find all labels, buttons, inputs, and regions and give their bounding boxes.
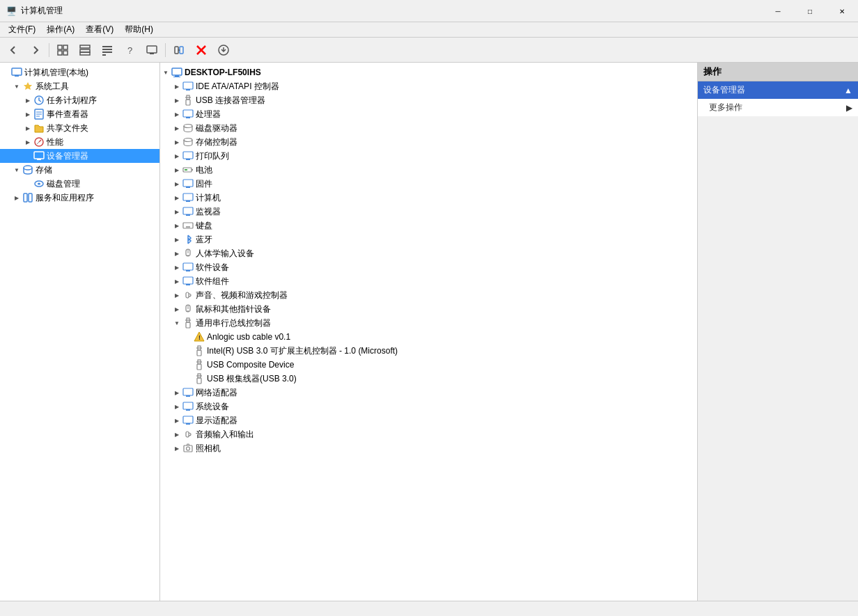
tree-item-usb-root-hub[interactable]: USB 根集线器(USB 3.0) (160, 372, 697, 386)
expand-icon-sound-video: ▶ (171, 290, 182, 301)
action-device-manager[interactable]: 设备管理器 ▲ (698, 81, 858, 99)
tree-item-system-tools[interactable]: ▼ 系统工具 (0, 79, 159, 93)
tree-item-keyboard[interactable]: ▶ 键盘 (160, 219, 697, 232)
tree-item-battery[interactable]: ▶ 电池 (160, 163, 697, 177)
toolbar-btn-screen[interactable] (141, 40, 162, 60)
tree-item-shared-folders[interactable]: ▶ 共享文件夹 (0, 121, 159, 135)
tree-item-print-queue[interactable]: ▶ 打印队列 (160, 149, 697, 163)
expand-icon-computer: ▶ (171, 192, 182, 203)
expand-icon-usb-root-hub (182, 373, 194, 384)
minimize-button[interactable]: ─ (762, 0, 794, 22)
shared-folders-expand: ▶ (22, 123, 33, 134)
svg-rect-31 (37, 159, 41, 160)
label-display-adapter: 显示适配器 (196, 415, 237, 427)
tree-item-hid[interactable]: ▶ 人体学输入设备 (160, 246, 697, 260)
connect-button[interactable] (169, 40, 189, 60)
menu-action[interactable]: 操作(A) (41, 22, 80, 37)
svg-rect-4 (80, 45, 90, 48)
tree-item-display-adapter[interactable]: ▶ 显示适配器 (160, 413, 697, 427)
services-apps-expand: ▶ (11, 192, 22, 203)
title-bar: 🖥️ 计算机管理 ─ □ ✕ (0, 0, 858, 22)
tree-item-audio-io[interactable]: ▶ 音频输入和输出 (160, 427, 697, 441)
svg-rect-49 (183, 152, 193, 159)
toolbar-btn-grid[interactable] (52, 40, 73, 60)
toolbar-btn-help[interactable]: ? (119, 40, 140, 60)
tree-item-storage[interactable]: ▼ 存储 (0, 163, 159, 177)
action-more[interactable]: 更多操作 ▶ (698, 99, 858, 116)
tree-item-disk-management[interactable]: 磁盘管理 (0, 177, 159, 191)
icon-hid (182, 248, 194, 259)
label-system-device: 系统设备 (196, 401, 229, 413)
event-viewer-expand: ▶ (22, 109, 33, 120)
tree-item-monitor[interactable]: ▶ 监视器 (160, 205, 697, 219)
tree-item-software-comp[interactable]: ▶ 软件组件 (160, 274, 697, 288)
svg-rect-45 (183, 110, 193, 117)
device-tree: ▶ IDE ATA/ATAPI 控制器 ▶ USB 连接器管理器 ▶ 处理器 ▶… (160, 79, 697, 455)
svg-rect-40 (183, 82, 193, 89)
tree-item-usb-composite[interactable]: USB Composite Device (160, 358, 697, 372)
tree-item-sound-video[interactable]: ▶ 声音、视频和游戏控制器 (160, 288, 697, 302)
tree-item-network-adapter[interactable]: ▶ 网络适配器 (160, 386, 697, 400)
tree-item-device-manager[interactable]: 设备管理器 (0, 149, 159, 163)
tree-item-event-viewer[interactable]: ▶ 事件查看器 (0, 107, 159, 121)
menu-file[interactable]: 文件(F) (3, 22, 41, 37)
icon-usb-conn (182, 95, 194, 106)
icon-serial-bus (182, 317, 194, 329)
icon-monitor (182, 206, 194, 217)
computer-management-icon (11, 67, 22, 78)
tree-item-services-apps[interactable]: ▶ 服务和应用程序 (0, 191, 159, 205)
tree-item-software-device[interactable]: ▶ 软件设备 (160, 260, 697, 274)
toolbar-btn-details[interactable] (97, 40, 118, 60)
tree-item-system-device[interactable]: ▶ 系统设备 (160, 400, 697, 413)
tree-item-computer[interactable]: ▶ 计算机 (160, 191, 697, 205)
tree-item-processor[interactable]: ▶ 处理器 (160, 107, 697, 121)
tree-item-ide-ata[interactable]: ▶ IDE ATA/ATAPI 控制器 (160, 79, 697, 93)
svg-rect-6 (80, 52, 90, 55)
svg-rect-58 (183, 207, 193, 214)
tree-item-desktop-root[interactable]: ▼ DESKTOP-LF50IHS (160, 65, 697, 79)
tree-item-mouse[interactable]: ▶ 鼠标和其他指针设备 (160, 302, 697, 316)
svg-rect-50 (186, 159, 190, 160)
svg-point-48 (184, 139, 192, 142)
forward-button[interactable] (25, 40, 46, 60)
label-monitor: 监视器 (196, 206, 221, 218)
toolbar-btn-list[interactable] (75, 40, 95, 60)
tree-item-disk-drive[interactable]: ▶ 磁盘驱动器 (160, 121, 697, 135)
tree-item-serial-bus[interactable]: ▼ 通用串行总线控制器 (160, 316, 697, 330)
close-button[interactable]: ✕ (826, 0, 858, 22)
left-panel: 计算机管理(本地) ▼ 系统工具 ▶ 任务计划程序 (0, 63, 160, 601)
storage-expand: ▼ (11, 164, 22, 175)
tree-item-camera[interactable]: ▶ 照相机 (160, 441, 697, 455)
menu-view[interactable]: 查看(V) (80, 22, 119, 37)
disk-mgmt-expand (22, 178, 33, 189)
tree-item-bluetooth[interactable]: ▶ 蓝牙 (160, 232, 697, 246)
tree-item-storage-ctrl[interactable]: ▶ 存储控制器 (160, 135, 697, 149)
tree-item-computer-management[interactable]: 计算机管理(本地) (0, 65, 159, 79)
tree-item-usb-conn[interactable]: ▶ USB 连接器管理器 (160, 93, 697, 107)
tree-item-intel-usb3[interactable]: Intel(R) USB 3.0 可扩展主机控制器 - 1.0 (Microso… (160, 344, 697, 358)
export-button[interactable] (213, 40, 234, 60)
icon-print-queue (182, 150, 194, 161)
tree-item-performance[interactable]: ▶ 性能 (0, 135, 159, 149)
status-bar (0, 601, 858, 616)
task-scheduler-label: 任务计划程序 (47, 95, 97, 106)
delete-button[interactable] (191, 40, 212, 60)
maximize-button[interactable]: □ (794, 0, 826, 22)
svg-rect-20 (12, 68, 22, 75)
toolbar-sep-2 (165, 43, 166, 57)
toolbar-sep-1 (49, 43, 49, 57)
label-battery: 电池 (196, 164, 212, 176)
svg-rect-73 (186, 292, 189, 298)
label-storage-ctrl: 存储控制器 (196, 136, 237, 148)
svg-rect-39 (173, 77, 180, 77)
menu-help[interactable]: 帮助(H) (119, 22, 159, 37)
tree-item-task-scheduler[interactable]: ▶ 任务计划程序 (0, 93, 159, 107)
svg-rect-37 (172, 68, 182, 75)
tree-item-anlogic[interactable]: ! Anlogic usb cable v0.1 (160, 330, 697, 344)
svg-rect-35 (24, 194, 27, 202)
label-software-comp: 软件组件 (196, 276, 229, 287)
back-button[interactable] (3, 40, 24, 60)
icon-disk-drive (182, 123, 194, 134)
tree-item-firmware[interactable]: ▶ 固件 (160, 177, 697, 191)
icon-ide-ata (182, 81, 194, 92)
